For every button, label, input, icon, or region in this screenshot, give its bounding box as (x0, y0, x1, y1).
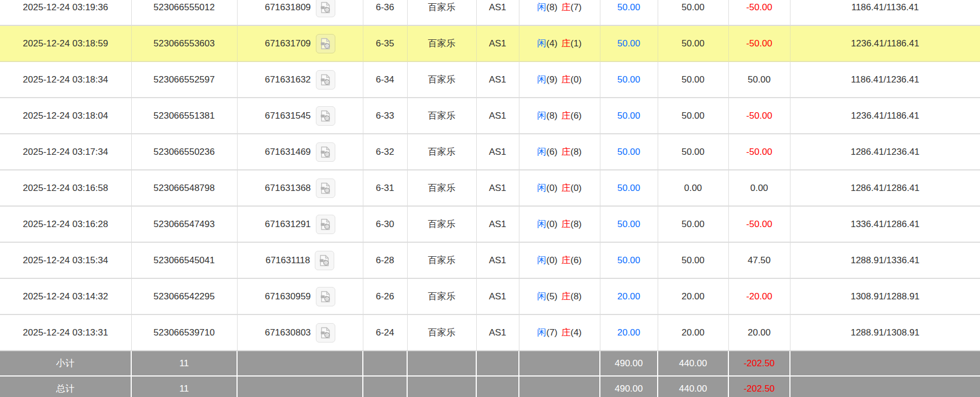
game-type-cell: 百家乐 (407, 278, 476, 314)
round-id-cell: 671630803 (237, 314, 363, 351)
summary-empty-cell (363, 376, 407, 397)
bet-record-row[interactable]: 2025-12-24 03:17:34 523066550236 6716314… (0, 134, 980, 170)
bet-record-row[interactable]: 2025-12-24 03:19:36 523066555012 6716318… (0, 0, 980, 25)
game-type-cell: 百家乐 (407, 98, 476, 134)
table-name-cell: AS1 (476, 278, 519, 314)
video-replay-button[interactable] (316, 142, 335, 162)
summary-empty-cell (519, 376, 600, 397)
round-id-text: 671630803 (265, 327, 310, 338)
table-name-cell: AS1 (476, 242, 519, 278)
bet-time-cell: 2025-12-24 03:19:36 (0, 0, 131, 25)
video-replay-button[interactable] (316, 70, 335, 90)
player-xian-label: 闲 (537, 2, 546, 12)
win-loss-cell: 50.00 (728, 61, 790, 98)
table-name-cell: AS1 (476, 25, 519, 61)
game-result-cell: 闲(8)庄(7) (519, 0, 600, 25)
bet-amount-cell: 50.00 (600, 206, 658, 242)
player-xian-score: (0) (546, 255, 558, 265)
bet-amount-cell: 50.00 (600, 98, 658, 134)
win-loss-cell: -50.00 (728, 134, 790, 170)
player-xian-score: (4) (546, 38, 558, 49)
table-name-cell: AS1 (476, 0, 519, 25)
player-xian-score: (0) (546, 219, 558, 229)
video-replay-button[interactable] (316, 106, 335, 126)
bet-id-cell: 523066547493 (131, 206, 237, 242)
bet-amount-cell: 20.00 (600, 314, 658, 351)
game-type-cell: 百家乐 (407, 25, 476, 61)
bet-id-cell: 523066551381 (131, 98, 237, 134)
banker-zhuang-label: 庄 (562, 327, 571, 338)
round-id-cell: 671631809 (237, 0, 363, 25)
summary-valid-cell: 440.00 (658, 351, 728, 376)
video-replay-button[interactable] (316, 323, 335, 343)
bet-record-row[interactable]: 2025-12-24 03:16:58 523066548798 6716313… (0, 170, 980, 206)
video-file-icon (318, 254, 331, 267)
banker-zhuang-label: 庄 (562, 183, 571, 193)
bet-record-row[interactable]: 2025-12-24 03:18:34 523066552597 6716316… (0, 61, 980, 98)
bet-amount-cell: 50.00 (600, 134, 658, 170)
round-id-text: 671631809 (265, 2, 310, 13)
bet-record-row[interactable]: 2025-12-24 03:14:32 523066542295 6716309… (0, 278, 980, 314)
round-id-text: 671631368 (265, 183, 310, 194)
round-id-text: 671631709 (265, 38, 310, 49)
player-xian-label: 闲 (537, 74, 546, 85)
video-replay-button[interactable] (316, 0, 335, 17)
game-result-cell: 闲(6)庄(8) (519, 134, 600, 170)
banker-zhuang-score: (6) (571, 111, 582, 121)
player-xian-label: 闲 (537, 147, 546, 157)
game-type-cell: 百家乐 (407, 170, 476, 206)
round-id-text: 671631632 (265, 74, 310, 85)
video-replay-button[interactable] (316, 287, 335, 306)
balance-cell: 1336.41/1286.41 (790, 206, 980, 242)
banker-zhuang-label: 庄 (562, 74, 571, 85)
banker-zhuang-label: 庄 (562, 2, 571, 12)
round-id-cell: 671630959 (237, 278, 363, 314)
video-replay-button[interactable] (316, 215, 335, 234)
game-result-cell: 闲(0)庄(8) (519, 206, 600, 242)
balance-cell: 1186.41/1136.41 (790, 0, 980, 25)
video-replay-button[interactable] (315, 251, 334, 270)
summary-empty-cell (237, 351, 363, 376)
summary-row: 总计 11 490.00 440.00 -202.50 (0, 376, 980, 397)
bet-record-row[interactable]: 2025-12-24 03:18:04 523066551381 6716315… (0, 98, 980, 134)
bet-time-cell: 2025-12-24 03:17:34 (0, 134, 131, 170)
banker-zhuang-score: (8) (571, 291, 582, 302)
video-replay-button[interactable] (316, 34, 335, 53)
summary-label-cell: 总计 (0, 376, 131, 397)
win-loss-cell: 47.50 (728, 242, 790, 278)
round-id-cell: 671631709 (237, 25, 363, 61)
balance-cell: 1186.41/1236.41 (790, 61, 980, 98)
bet-time-cell: 2025-12-24 03:18:59 (0, 25, 131, 61)
round-number-cell: 6-32 (363, 134, 407, 170)
bet-amount-cell: 50.00 (600, 170, 658, 206)
summary-empty-cell (476, 376, 519, 397)
banker-zhuang-score: (0) (571, 183, 582, 193)
video-file-icon (319, 326, 332, 339)
bet-id-cell: 523066539710 (131, 314, 237, 351)
summary-valid-cell: 440.00 (658, 376, 728, 397)
bet-time-cell: 2025-12-24 03:16:58 (0, 170, 131, 206)
bet-record-row[interactable]: 2025-12-24 03:16:28 523066547493 6716312… (0, 206, 980, 242)
bet-record-row[interactable]: 2025-12-24 03:15:34 523066545041 6716311… (0, 242, 980, 278)
round-number-cell: 6-31 (363, 170, 407, 206)
valid-amount-cell: 50.00 (658, 134, 728, 170)
game-result-cell: 闲(0)庄(0) (519, 170, 600, 206)
video-replay-button[interactable] (316, 179, 335, 198)
win-loss-cell: 0.00 (728, 170, 790, 206)
round-number-cell: 6-26 (363, 278, 407, 314)
round-id-cell: 671631291 (237, 206, 363, 242)
summary-win-loss-cell: -202.50 (728, 351, 790, 376)
bet-time-cell: 2025-12-24 03:14:32 (0, 278, 131, 314)
player-xian-label: 闲 (537, 327, 546, 338)
player-xian-score: (8) (546, 2, 558, 12)
table-name-cell: AS1 (476, 314, 519, 351)
bet-amount-cell: 50.00 (600, 0, 658, 25)
game-result-cell: 闲(4)庄(1) (519, 25, 600, 61)
bet-record-row[interactable]: 2025-12-24 03:18:59 523066553603 6716317… (0, 25, 980, 61)
round-number-cell: 6-28 (363, 242, 407, 278)
video-file-icon (319, 73, 332, 86)
bet-record-row[interactable]: 2025-12-24 03:13:31 523066539710 6716308… (0, 314, 980, 351)
valid-amount-cell: 50.00 (658, 98, 728, 134)
summary-bet-cell: 490.00 (600, 351, 658, 376)
player-xian-label: 闲 (537, 219, 546, 229)
